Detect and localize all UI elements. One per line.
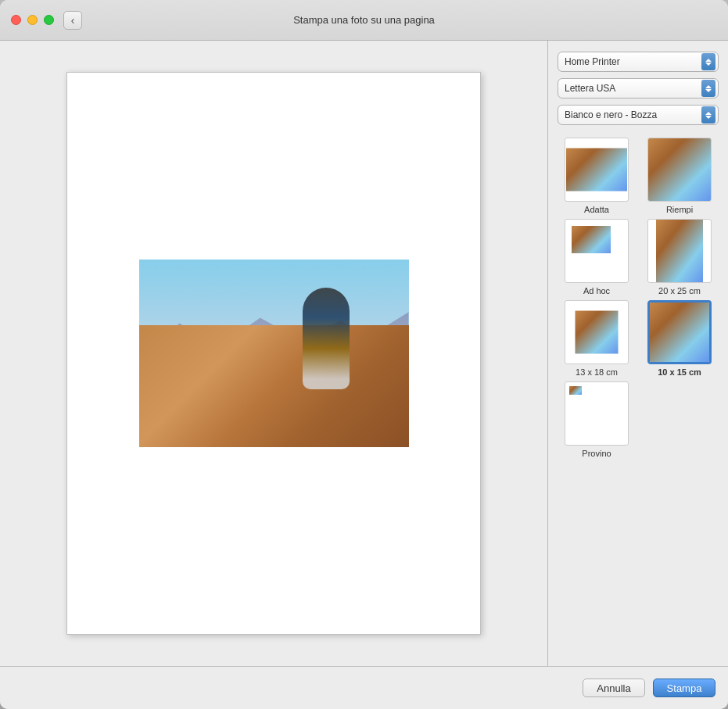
traffic-lights	[11, 15, 54, 25]
titlebar: ‹ Stampa una foto su una pagina	[0, 0, 728, 41]
paper-dropdown-row: Lettera USAA4A310 x 15 cm	[558, 78, 719, 98]
layout-label-adhoc: Ad hoc	[583, 286, 610, 295]
layout-item-provino[interactable]: Provino	[558, 381, 636, 458]
thumb-photo-adhoc	[572, 226, 611, 253]
bottom-bar: Annulla Stampa	[0, 666, 728, 709]
back-button[interactable]: ‹	[63, 11, 82, 30]
quality-dropdown-row: Bianco e nero - BozzaColoreBianco e nero…	[558, 105, 719, 125]
layout-thumb-riempi	[647, 138, 712, 202]
right-panel: Home PrinterPDFAltro Lettera USAA4A310 x…	[548, 41, 728, 666]
layout-label-provino: Provino	[582, 449, 611, 458]
thumb-photo-adatta	[566, 149, 627, 192]
layout-grid: Adatta Riempi Ad hoc	[558, 138, 719, 655]
printer-dropdown-row: Home PrinterPDFAltro	[558, 52, 719, 72]
layout-label-13x18: 13 x 18 cm	[576, 367, 618, 377]
minimize-button[interactable]	[27, 15, 38, 25]
main-window: ‹ Stampa una foto su una pagina Home Pri	[0, 0, 728, 709]
layout-item-adhoc[interactable]: Ad hoc	[558, 219, 636, 295]
printer-dropdown[interactable]: Home PrinterPDFAltro	[558, 52, 719, 72]
print-button[interactable]: Stampa	[653, 679, 715, 697]
layout-thumb-provino	[565, 381, 629, 446]
layout-thumb-adhoc	[565, 219, 629, 283]
layout-item-riempi[interactable]: Riempi	[640, 138, 719, 214]
layout-thumb-13x18	[565, 300, 629, 364]
layout-item-10x15[interactable]: 10 x 15 cm	[640, 300, 719, 377]
layout-item-adatta[interactable]: Adatta	[558, 138, 636, 214]
layout-item-20x25[interactable]: 20 x 25 cm	[640, 219, 719, 295]
provino-tiny-photo	[569, 386, 582, 395]
paper-dropdown[interactable]: Lettera USAA4A310 x 15 cm	[558, 78, 719, 98]
layout-thumb-20x25	[647, 219, 712, 283]
figure-overlay	[303, 288, 350, 389]
layout-item-13x18[interactable]: 13 x 18 cm	[558, 300, 636, 377]
layout-thumb-adatta	[565, 138, 629, 202]
main-content: Home PrinterPDFAltro Lettera USAA4A310 x…	[0, 41, 728, 666]
layout-label-10x15: 10 x 15 cm	[658, 367, 701, 377]
cancel-button[interactable]: Annulla	[583, 679, 645, 697]
maximize-button[interactable]	[44, 15, 54, 25]
photo-preview	[139, 260, 409, 447]
quality-dropdown[interactable]: Bianco e nero - BozzaColoreBianco e nero…	[558, 105, 719, 125]
window-title: Stampa una foto su una pagina	[293, 14, 435, 26]
preview-area	[0, 41, 547, 666]
terrain-layer	[139, 325, 409, 447]
layout-label-riempi: Riempi	[666, 205, 693, 214]
page-preview	[66, 72, 481, 635]
layout-label-20x25: 20 x 25 cm	[658, 286, 701, 295]
layout-label-adatta: Adatta	[584, 205, 609, 214]
close-button[interactable]	[11, 15, 21, 25]
layout-thumb-10x15	[647, 300, 712, 364]
